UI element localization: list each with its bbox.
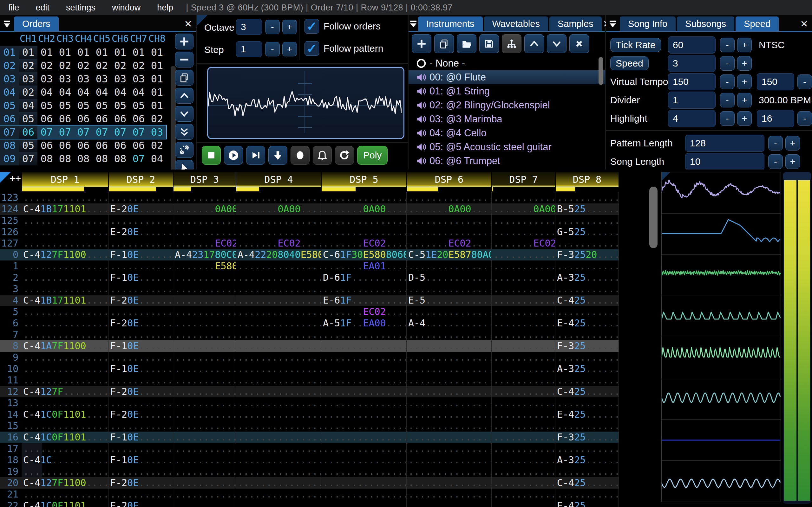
pattern-cell[interactable]: ........... bbox=[492, 295, 555, 306]
pattern-cell[interactable]: ........... bbox=[492, 261, 555, 272]
pattern-cell[interactable]: ........... bbox=[492, 363, 555, 375]
order-cell[interactable]: 07 bbox=[111, 125, 130, 139]
order-cell[interactable]: 04 bbox=[74, 86, 93, 99]
pattern-cell[interactable]: ............... bbox=[236, 397, 321, 409]
channel-header-1[interactable]: DSP 1 bbox=[22, 172, 108, 187]
pattern-row[interactable]: 4C-41B171101....F-20E...................… bbox=[0, 295, 619, 306]
pattern-cell[interactable]: ............... bbox=[21, 283, 108, 295]
pattern-cell[interactable]: ............... bbox=[21, 215, 108, 226]
pattern-cell[interactable]: ........... bbox=[173, 352, 236, 363]
pattern-cell[interactable]: F-325...... bbox=[555, 432, 619, 443]
tick-rate-button[interactable]: Tick Rate bbox=[610, 38, 661, 52]
virtual-tempo-den-decrement-button[interactable]: - bbox=[798, 74, 812, 89]
pattern-cell[interactable]: C-41B171101.... bbox=[21, 204, 108, 215]
step-input[interactable]: 1 bbox=[236, 41, 262, 57]
tick-rate-increment-button[interactable]: + bbox=[737, 38, 752, 52]
instrument-item[interactable]: 02: @2 Blingy/Glockenspiel bbox=[409, 98, 605, 112]
pattern-cell[interactable]: .......EC02 bbox=[173, 238, 236, 249]
pattern-cell[interactable]: ........... bbox=[108, 283, 173, 295]
pattern-cell[interactable]: G-525...... bbox=[555, 226, 619, 238]
pattern-cell[interactable]: ........... bbox=[108, 238, 173, 249]
pattern-cell[interactable]: E-20E...... bbox=[108, 204, 173, 215]
pattern-cell[interactable]: ........... bbox=[492, 432, 555, 443]
pattern-cell[interactable]: ............... bbox=[236, 226, 321, 238]
pattern-row[interactable]: 125.....................................… bbox=[0, 215, 619, 226]
pattern-cell[interactable]: ............... bbox=[21, 375, 108, 386]
pattern-cell[interactable]: ........... bbox=[173, 318, 236, 329]
order-cell[interactable]: 02 bbox=[93, 59, 111, 72]
pattern-cell[interactable]: ............... bbox=[407, 489, 492, 500]
pattern-cell[interactable]: ............... bbox=[236, 477, 321, 489]
pattern-cell[interactable]: ........... bbox=[173, 226, 236, 238]
order-cell[interactable]: 01 bbox=[111, 46, 130, 59]
pattern-cell[interactable]: ........... bbox=[108, 375, 173, 386]
instrument-item[interactable]: 06: @6 Trumpet bbox=[409, 154, 605, 168]
pattern-cell[interactable]: ............... bbox=[236, 306, 321, 318]
order-cell[interactable]: 02 bbox=[56, 59, 74, 72]
pattern-row[interactable]: 123.....................................… bbox=[0, 192, 619, 204]
instrument-move-up-button[interactable] bbox=[524, 34, 544, 53]
pattern-cell[interactable]: ............... bbox=[407, 409, 492, 420]
pattern-cell[interactable]: ............... bbox=[321, 466, 407, 477]
song-length-increment-button[interactable]: + bbox=[785, 154, 800, 169]
order-cell[interactable]: 04 bbox=[111, 86, 130, 99]
channel-header-8[interactable]: DSP 8 bbox=[556, 172, 618, 187]
pattern-cell[interactable]: ............... bbox=[236, 489, 321, 500]
follow-orders-checkbox[interactable]: ✓ bbox=[305, 19, 319, 34]
pattern-cell[interactable]: ............... bbox=[236, 420, 321, 432]
step-down-button[interactable] bbox=[268, 146, 287, 165]
follow-pattern-checkbox[interactable]: ✓ bbox=[305, 41, 319, 56]
order-cell[interactable]: 01 bbox=[74, 46, 93, 59]
pattern-editor[interactable]: ++ DSP 1DSP 2DSP 3DSP 4DSP 5DSP 6DSP 7DS… bbox=[0, 170, 812, 507]
pattern-row[interactable]: 10...............F-10E..................… bbox=[0, 363, 619, 375]
order-cell[interactable]: 04 bbox=[93, 86, 111, 99]
pattern-cell[interactable]: B-525...... bbox=[555, 204, 619, 215]
pattern-cell[interactable]: ........... bbox=[492, 215, 555, 226]
pattern-cell[interactable]: ........... bbox=[108, 192, 173, 204]
pattern-cell[interactable]: ............... bbox=[407, 466, 492, 477]
pattern-cell[interactable]: E-425...... bbox=[555, 318, 619, 329]
pattern-cell[interactable]: ........... bbox=[108, 443, 173, 454]
pattern-cell[interactable]: ........... bbox=[173, 454, 236, 466]
highlight-first-input[interactable]: 4 bbox=[668, 110, 716, 127]
instrument-item[interactable]: 05: @5 Acoustic steel guitar bbox=[409, 140, 605, 154]
order-cell[interactable]: 04 bbox=[56, 86, 74, 99]
pattern-cell[interactable]: ............... bbox=[21, 489, 108, 500]
pattern-cell[interactable]: ........... bbox=[173, 329, 236, 340]
pattern-cell[interactable]: ............... bbox=[407, 420, 492, 432]
pattern-cell[interactable]: F-325...... bbox=[555, 340, 619, 352]
order-cell[interactable]: 06 bbox=[130, 139, 148, 152]
record-button[interactable] bbox=[291, 146, 310, 165]
pattern-row[interactable]: 7.......................................… bbox=[0, 329, 619, 340]
pattern-cell[interactable]: ........... bbox=[492, 397, 555, 409]
pattern-cell[interactable]: ........... bbox=[173, 409, 236, 420]
pattern-cell[interactable]: F-10E...... bbox=[108, 249, 173, 261]
step-decrement-button[interactable]: - bbox=[265, 42, 280, 56]
speed-button[interactable]: Speed bbox=[610, 56, 649, 70]
orders-move-down-button[interactable] bbox=[175, 106, 194, 122]
pattern-cell[interactable]: ............... bbox=[21, 397, 108, 409]
pattern-cell[interactable]: C-4127F1100.... bbox=[21, 477, 108, 489]
order-cell[interactable]: 01 bbox=[148, 86, 166, 99]
instrument-move-down-button[interactable] bbox=[547, 34, 566, 53]
pattern-row[interactable]: 20C-4127F1100....F-20E..................… bbox=[0, 477, 619, 489]
pattern-cell[interactable]: ........... bbox=[173, 340, 236, 352]
pattern-cell[interactable]: .......0A00.... bbox=[321, 204, 407, 215]
pattern-cell[interactable]: ............... bbox=[321, 329, 407, 340]
play-cursor-button[interactable] bbox=[246, 146, 265, 165]
order-cell[interactable]: 06 bbox=[111, 112, 130, 125]
menu-file[interactable]: file bbox=[0, 0, 28, 15]
instrument-item[interactable]: 03: @3 Marimba bbox=[409, 112, 605, 126]
pattern-length-decrement-button[interactable]: - bbox=[768, 136, 783, 151]
order-cell[interactable]: 08 bbox=[56, 152, 74, 165]
pattern-cell[interactable]: ........... bbox=[492, 192, 555, 204]
order-cell[interactable]: 05 bbox=[19, 112, 38, 125]
pattern-row[interactable]: 14C-41C0F1101....F-20E..................… bbox=[0, 409, 619, 420]
divider-input[interactable]: 1 bbox=[668, 92, 716, 109]
order-cell[interactable]: 08 bbox=[74, 152, 93, 165]
order-cell[interactable]: 02 bbox=[148, 139, 166, 152]
pattern-cell[interactable]: ............... bbox=[236, 352, 321, 363]
pattern-cell[interactable]: ........... bbox=[555, 466, 619, 477]
pattern-cell[interactable]: C-425...... bbox=[555, 386, 619, 397]
order-cell[interactable]: 05 bbox=[19, 139, 38, 152]
